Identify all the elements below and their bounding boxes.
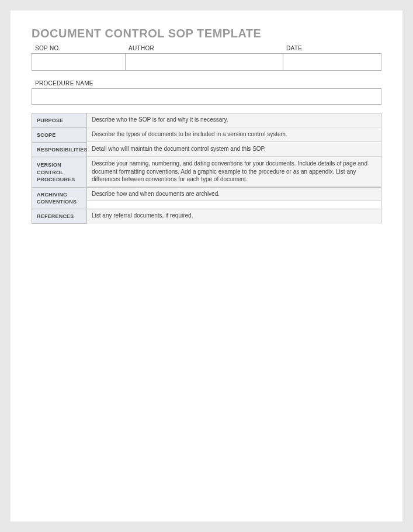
meta-row: SOP NO. AUTHOR DATE [32, 44, 381, 71]
section-version-control-procedures: VERSION CONTROL PROCEDURES Describe your… [32, 157, 381, 188]
procedure-name-label: PROCEDURE NAME [32, 79, 381, 88]
section-label-scope: SCOPE [32, 128, 87, 142]
author-label: AUTHOR [125, 44, 283, 53]
section-label-archiving: ARCHIVING CONVENTIONS [32, 188, 87, 209]
section-desc-purpose: Describe who the SOP is for and why it i… [87, 113, 381, 127]
page: DOCUMENT CONTROL SOP TEMPLATE SOP NO. AU… [11, 11, 402, 521]
section-body-scope: Describe the types of documents to be in… [87, 128, 381, 142]
section-desc-scope: Describe the types of documents to be in… [87, 128, 381, 142]
section-purpose: PURPOSE Describe who the SOP is for and … [32, 113, 381, 128]
section-content-references[interactable] [87, 223, 381, 224]
section-scope: SCOPE Describe the types of documents to… [32, 128, 381, 143]
procedure-block: PROCEDURE NAME [32, 79, 381, 105]
meta-col-date: DATE [283, 44, 381, 71]
section-content-responsibilities[interactable] [87, 157, 381, 157]
procedure-name-input[interactable] [32, 88, 381, 105]
meta-col-sop: SOP NO. [32, 44, 125, 71]
section-label-purpose: PURPOSE [32, 113, 87, 127]
date-label: DATE [283, 44, 381, 53]
sop-no-label: SOP NO. [32, 44, 125, 53]
sections-table: PURPOSE Describe who the SOP is for and … [32, 113, 381, 224]
section-archiving-conventions: ARCHIVING CONVENTIONS Describe how and w… [32, 188, 381, 209]
section-body-responsibilities: Detail who will maintain the document co… [87, 143, 381, 157]
section-body-purpose: Describe who the SOP is for and why it i… [87, 113, 381, 127]
section-label-vcp: VERSION CONTROL PROCEDURES [32, 157, 87, 187]
section-body-archiving: Describe how and when documents are arch… [87, 188, 381, 209]
section-desc-references: List any referral documents, if required… [87, 209, 381, 223]
document-title: DOCUMENT CONTROL SOP TEMPLATE [32, 27, 381, 40]
section-desc-vcp: Describe your naming, numbering, and dat… [87, 157, 381, 187]
section-label-responsibilities: RESPONSIBILITIES [32, 143, 87, 157]
section-content-purpose[interactable] [87, 127, 381, 128]
section-references: REFERENCES List any referral documents, … [32, 209, 381, 224]
section-content-scope[interactable] [87, 142, 381, 143]
meta-col-author: AUTHOR [125, 44, 283, 71]
section-body-vcp: Describe your naming, numbering, and dat… [87, 157, 381, 187]
section-label-references: REFERENCES [32, 209, 87, 223]
sop-no-input[interactable] [32, 53, 125, 71]
section-body-references: List any referral documents, if required… [87, 209, 381, 223]
section-content-archiving[interactable] [87, 201, 381, 209]
date-input[interactable] [283, 53, 381, 71]
section-desc-archiving: Describe how and when documents are arch… [87, 188, 381, 202]
author-input[interactable] [125, 53, 283, 71]
section-desc-responsibilities: Detail who will maintain the document co… [87, 143, 381, 157]
section-responsibilities: RESPONSIBILITIES Detail who will maintai… [32, 143, 381, 157]
